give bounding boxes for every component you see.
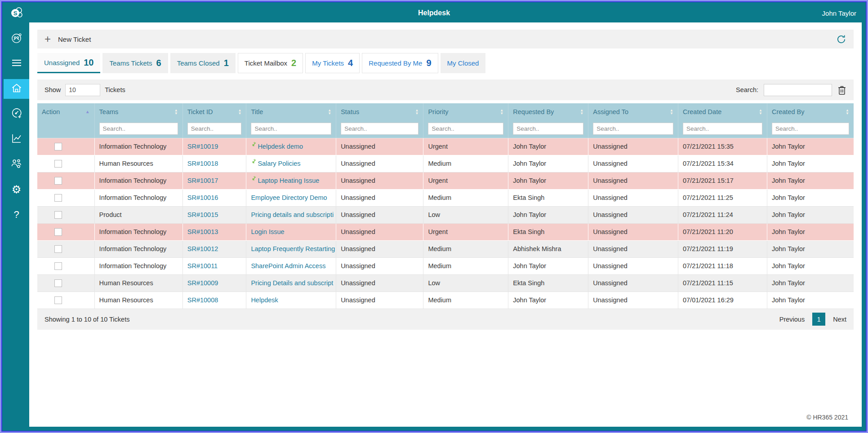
column-header-priority[interactable]: Priority▲▼ <box>423 103 508 120</box>
current-user[interactable]: John Taylor <box>822 9 856 17</box>
ticket-id-link[interactable]: SR#10019 <box>187 143 218 150</box>
tab-label: Teams Tickets <box>109 59 152 67</box>
previous-page-button[interactable]: Previous <box>779 316 805 323</box>
tab-ticket-mailbox[interactable]: Ticket Mailbox2 <box>238 53 303 73</box>
cell-status: Unassigned <box>336 223 423 240</box>
refresh-button[interactable] <box>836 34 846 44</box>
cell-requested-by: Abhishek Mishra <box>508 240 588 257</box>
ticket-title-link[interactable]: Employee Directory Demo <box>251 194 327 201</box>
global-search-input[interactable] <box>764 84 832 96</box>
cell-requested-by: John Taylor <box>508 257 588 274</box>
row-checkbox[interactable] <box>54 194 62 202</box>
column-filter-input-created-by[interactable] <box>772 123 849 135</box>
column-filter-input-teams[interactable] <box>99 123 178 135</box>
sidebar-item-settings[interactable]: ⚙ <box>4 180 29 199</box>
column-header-requested-by[interactable]: Requested By▲▼ <box>508 103 588 120</box>
column-filter-input-title[interactable] <box>251 123 331 135</box>
tab-count-badge: 9 <box>426 58 431 68</box>
column-label: Status <box>341 108 359 115</box>
ticket-title-link[interactable]: Helpdesk <box>251 296 278 304</box>
row-checkbox[interactable] <box>54 211 62 219</box>
home-icon <box>11 82 22 96</box>
cell-priority: Medium <box>423 257 508 274</box>
ticket-title-link[interactable]: SharePoint Admin Access <box>251 262 325 270</box>
tickets-table-wrap: Action▲Teams▲▼Ticket ID▲▼Title▲▼Status▲▼… <box>37 103 854 309</box>
column-header-teams[interactable]: Teams▲▼ <box>94 103 183 120</box>
column-header-title[interactable]: Title▲▼ <box>246 103 336 120</box>
plus-icon[interactable]: + <box>45 35 51 44</box>
ticket-row-SR10019: Information TechnologySR#10019Helpdesk d… <box>37 138 854 155</box>
column-header-created-by[interactable]: Created By▲▼ <box>767 103 854 120</box>
ticket-id-link[interactable]: SR#10016 <box>187 194 218 201</box>
column-filter-input-status[interactable] <box>341 123 418 135</box>
ticket-id-link[interactable]: SR#10012 <box>187 245 218 252</box>
row-checkbox[interactable] <box>54 296 62 304</box>
new-ticket-button[interactable]: New Ticket <box>58 35 91 43</box>
column-filter-input-assigned-to[interactable] <box>593 123 673 135</box>
cell-created-by: John Taylor <box>767 206 854 223</box>
ticket-title-link[interactable]: Login Issue <box>251 228 284 235</box>
cell-action <box>37 223 94 240</box>
cell-ticket-id: SR#10013 <box>183 223 246 240</box>
row-checkbox[interactable] <box>54 262 62 270</box>
cell-title: Login Issue <box>246 223 336 240</box>
row-checkbox[interactable] <box>54 245 62 253</box>
tab-teams-closed[interactable]: Teams Closed1 <box>170 53 236 73</box>
cell-action <box>37 206 94 223</box>
ticket-id-link[interactable]: SR#10015 <box>187 211 218 218</box>
column-header-created-date[interactable]: Created Date▲▼ <box>678 103 767 120</box>
sidebar-item-reports[interactable] <box>4 129 29 149</box>
show-count-input[interactable] <box>65 84 100 96</box>
showing-text: Showing 1 to 10 of 10 Tickets <box>45 316 129 323</box>
column-filter-input-requested-by[interactable] <box>513 123 583 135</box>
cell-priority: Urgent <box>423 172 508 189</box>
tab-label: My Closed <box>447 59 479 67</box>
sidebar-item-help[interactable]: ? <box>4 205 29 225</box>
tab-unassigned[interactable]: Unassigned10 <box>37 53 100 73</box>
tab-my-closed[interactable]: My Closed <box>441 53 486 73</box>
ticket-id-link[interactable]: SR#10008 <box>187 296 218 304</box>
ticket-title-link[interactable]: Laptop Frequently Restarting <box>251 245 335 252</box>
ticket-title-link[interactable]: Helpdesk demo <box>258 143 303 150</box>
ticket-id-link[interactable]: SR#10009 <box>187 279 218 287</box>
page-number-button[interactable]: 1 <box>812 313 825 326</box>
column-filter-input-priority[interactable] <box>428 123 503 135</box>
column-header-assigned-to[interactable]: Assigned To▲▼ <box>588 103 678 120</box>
tab-teams-tickets[interactable]: Teams Tickets6 <box>102 53 168 73</box>
sidebar-item-new-request[interactable] <box>4 104 29 124</box>
search-label: Search: <box>736 86 758 93</box>
sharepoint-logo-icon[interactable]: S <box>9 6 24 22</box>
sidebar-item-community[interactable] <box>4 29 29 49</box>
tab-my-tickets[interactable]: My Tickets4 <box>305 53 360 73</box>
sidebar-item-menu[interactable] <box>4 54 29 74</box>
column-header-action[interactable]: Action▲ <box>37 103 94 120</box>
next-page-button[interactable]: Next <box>833 316 846 323</box>
ticket-title-link[interactable]: Pricing details and subscripti <box>251 211 334 218</box>
column-header-ticket-id[interactable]: Ticket ID▲▼ <box>183 103 246 120</box>
ticket-id-link[interactable]: SR#10017 <box>187 177 218 184</box>
sidebar-item-home[interactable] <box>4 79 29 99</box>
row-checkbox[interactable] <box>54 177 62 185</box>
cell-ticket-id: SR#10015 <box>183 206 246 223</box>
ticket-id-link[interactable]: SR#10011 <box>187 262 218 270</box>
ticket-id-link[interactable]: SR#10018 <box>187 160 218 167</box>
row-checkbox[interactable] <box>54 279 62 287</box>
ticket-id-link[interactable]: SR#10013 <box>187 228 218 235</box>
column-header-status[interactable]: Status▲▼ <box>336 103 423 120</box>
row-checkbox[interactable] <box>54 160 62 168</box>
column-filter-input-created-date[interactable] <box>683 123 762 135</box>
ticket-row-SR10009: Human ResourcesSR#10009Pricing Details a… <box>37 274 854 292</box>
column-filter-input-ticket-id[interactable] <box>187 123 242 135</box>
row-checkbox[interactable] <box>54 143 62 150</box>
sidebar-item-teams[interactable] <box>4 155 29 174</box>
tab-requested-by-me[interactable]: Requested By Me9 <box>362 53 438 73</box>
cell-created-date: 07/21/2021 11:15 <box>678 274 767 292</box>
ticket-row-SR10015: ProductSR#10015Pricing details and subsc… <box>37 206 854 223</box>
ticket-title-link[interactable]: Laptop Heating Issue <box>258 177 319 184</box>
cell-created-date: 07/21/2021 11:19 <box>678 240 767 257</box>
ticket-title-link[interactable]: Salary Policies <box>258 160 300 167</box>
row-checkbox[interactable] <box>54 228 62 236</box>
ticket-title-link[interactable]: Pricing Details and subscript <box>251 279 333 287</box>
cell-requested-by: Ekta Singh <box>508 189 588 206</box>
clear-search-button[interactable] <box>837 85 846 95</box>
